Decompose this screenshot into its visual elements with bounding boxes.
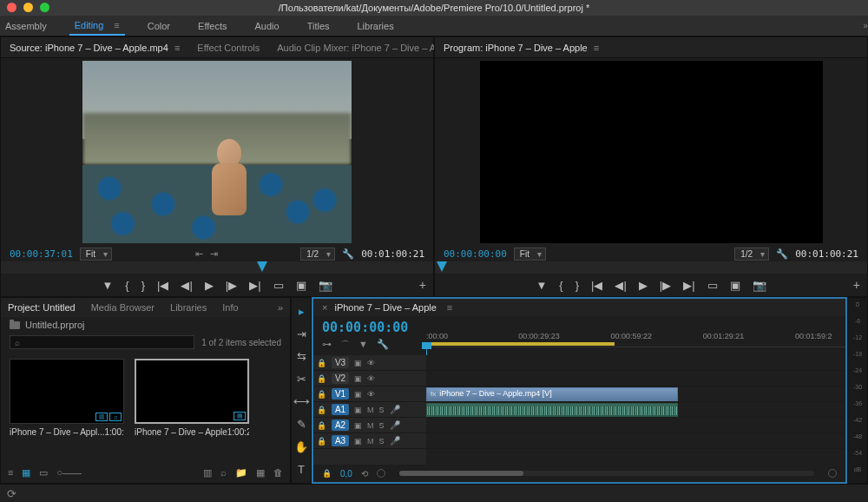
program-play-button[interactable]: ▶ [639, 279, 648, 292]
toggle-output-icon[interactable]: ▣ [354, 406, 362, 414]
workspace-menu-icon[interactable]: ≡ [114, 20, 119, 30]
lock-icon[interactable]: 🔒 [317, 406, 326, 414]
program-menu-icon[interactable]: ≡ [594, 43, 599, 53]
project-tab[interactable]: Project: Untitled [8, 302, 76, 313]
solo-icon[interactable]: S [379, 421, 385, 430]
workspace-tab-assembly[interactable]: Assembly [0, 17, 52, 35]
hand-tool[interactable]: ✋ [294, 439, 308, 453]
zoom-level[interactable]: 0,0 [340, 469, 352, 479]
slip-tool[interactable]: ⟷ [294, 395, 308, 409]
track-header-v3[interactable]: 🔒V3▣👁 [313, 355, 426, 371]
lock-icon[interactable]: 🔒 [317, 359, 326, 367]
timeline-current-time[interactable]: 00:00:00:00 [322, 320, 418, 335]
mark-out-button[interactable]: } [141, 279, 145, 292]
effect-controls-tab[interactable]: Effect Controls [197, 43, 260, 53]
program-step-forward-button[interactable]: |▶ [660, 279, 671, 292]
track-label[interactable]: A1 [332, 404, 349, 415]
track-label[interactable]: A3 [332, 435, 349, 446]
source-time-ruler[interactable] [1, 261, 433, 274]
go-to-out-button[interactable]: ▶| [249, 279, 260, 292]
program-add-marker-button[interactable]: ▼ [536, 279, 547, 292]
track-lane-v1[interactable]: fxiPhone 7 – Dive – Apple.mp4 [V] [426, 386, 845, 402]
auto-sequence-button[interactable]: ▥ [203, 467, 212, 479]
freeform-view-button[interactable]: ▭ [39, 467, 48, 479]
ripple-edit-tool[interactable]: ⇆ [294, 350, 308, 364]
timeline-settings-icon[interactable]: 🔧 [377, 339, 389, 352]
source-tab[interactable]: Source: iPhone 7 – Dive – Apple.mp4 ≡ [10, 43, 180, 53]
sequence-close-button[interactable]: × [322, 302, 327, 313]
workspace-tab-libraries[interactable]: Libraries [352, 17, 399, 35]
toggle-output-icon[interactable]: ▣ [354, 359, 362, 367]
snap-icon[interactable]: ⊶ [322, 339, 332, 352]
button-editor-icon[interactable]: + [419, 278, 426, 292]
toggle-output-icon[interactable]: ▣ [354, 374, 362, 383]
lock-icon[interactable]: 🔒 [317, 374, 326, 383]
lift-button[interactable]: ▭ [707, 279, 718, 292]
step-back-button[interactable]: ◀| [181, 279, 192, 292]
go-to-in-button[interactable]: |◀ [157, 279, 168, 292]
source-fit-dropdown[interactable]: Fit [80, 248, 112, 261]
timeline-lock-icon[interactable]: 🔒 [322, 469, 332, 478]
project-item-selected[interactable]: ▤ iPhone 7 – Dive – Apple1:00:21 [135, 359, 249, 455]
maximize-window-button[interactable] [40, 3, 49, 12]
track-header-v1[interactable]: 🔒V1▣👁 [313, 386, 426, 402]
mark-out-icon[interactable]: ⇥ [210, 248, 218, 260]
track-lane-a2[interactable] [426, 418, 845, 433]
delete-button[interactable]: 🗑 [273, 467, 283, 478]
mark-in-icon[interactable]: ⇤ [195, 248, 203, 260]
audio-clip[interactable] [426, 403, 678, 417]
source-zoom-dropdown[interactable]: 1/2 [300, 248, 335, 261]
solo-icon[interactable]: S [379, 406, 385, 414]
track-lane-v3[interactable] [426, 355, 845, 371]
timeline-scrollbar[interactable] [399, 471, 814, 476]
sync-settings-icon[interactable]: ⟳ [7, 487, 16, 500]
program-monitor[interactable] [435, 58, 867, 246]
add-marker-icon[interactable]: ▼ [358, 339, 368, 352]
program-current-time[interactable]: 00:00:00:00 [444, 248, 507, 260]
project-search-input[interactable] [10, 335, 194, 349]
selection-tool[interactable]: ▸ [294, 305, 308, 319]
program-go-to-in-button[interactable]: |◀ [591, 279, 602, 292]
track-header-v2[interactable]: 🔒V2▣👁 [313, 371, 426, 386]
zoom-in-handle[interactable] [828, 469, 837, 478]
project-item[interactable]: ▥♫ iPhone 7 – Dive – Appl...1:00:21 [10, 359, 124, 455]
workspace-overflow-icon[interactable]: » [863, 21, 868, 30]
program-mark-in-button[interactable]: { [559, 279, 562, 292]
track-label[interactable]: V3 [332, 357, 349, 368]
linked-selection-icon[interactable]: ⌒ [340, 339, 350, 352]
close-window-button[interactable] [7, 3, 16, 12]
workspace-tab-editing[interactable]: Editing≡ [69, 17, 125, 36]
program-step-back-button[interactable]: ◀| [615, 279, 626, 292]
extract-button[interactable]: ▣ [730, 279, 740, 292]
tracks-content[interactable]: fxiPhone 7 – Dive – Apple.mp4 [V] [426, 355, 845, 465]
project-overflow-icon[interactable]: » [278, 302, 283, 313]
sync-lock-icon[interactable]: ⟲ [361, 469, 368, 479]
program-settings-icon[interactable]: 🔧 [776, 248, 788, 260]
source-menu-icon[interactable]: ≡ [174, 43, 180, 53]
step-forward-button[interactable]: |▶ [226, 279, 237, 292]
source-current-time[interactable]: 00:00:37:01 [10, 248, 73, 260]
mute-icon[interactable]: M [367, 437, 374, 446]
timeline-menu-icon[interactable]: ≡ [447, 302, 452, 313]
icon-view-button[interactable]: ▦ [22, 467, 30, 479]
program-go-to-out-button[interactable]: ▶| [683, 279, 694, 292]
type-tool[interactable]: T [294, 462, 308, 476]
track-header-a3[interactable]: 🔒A3▣MS🎤 [313, 433, 426, 449]
track-label[interactable]: V2 [332, 373, 349, 384]
voice-over-icon[interactable]: 🎤 [390, 436, 400, 446]
info-tab[interactable]: Info [222, 302, 238, 313]
source-monitor[interactable] [1, 58, 433, 246]
track-lane-a1[interactable] [426, 402, 845, 418]
program-button-editor-icon[interactable]: + [853, 278, 860, 292]
eye-icon[interactable]: 👁 [367, 390, 375, 399]
zoom-slider[interactable]: ○—— [56, 467, 82, 478]
workspace-tab-titles[interactable]: Titles [302, 17, 335, 35]
razor-tool[interactable]: ✂ [294, 373, 308, 386]
voice-over-icon[interactable]: 🎤 [390, 420, 400, 430]
program-time-ruler[interactable] [435, 261, 867, 274]
track-header-a1[interactable]: 🔒A1▣MS🎤 [313, 402, 426, 418]
program-playhead-indicator[interactable] [437, 261, 447, 272]
solo-icon[interactable]: S [379, 437, 385, 446]
program-zoom-dropdown[interactable]: 1/2 [734, 248, 769, 261]
lock-icon[interactable]: 🔒 [317, 390, 326, 399]
